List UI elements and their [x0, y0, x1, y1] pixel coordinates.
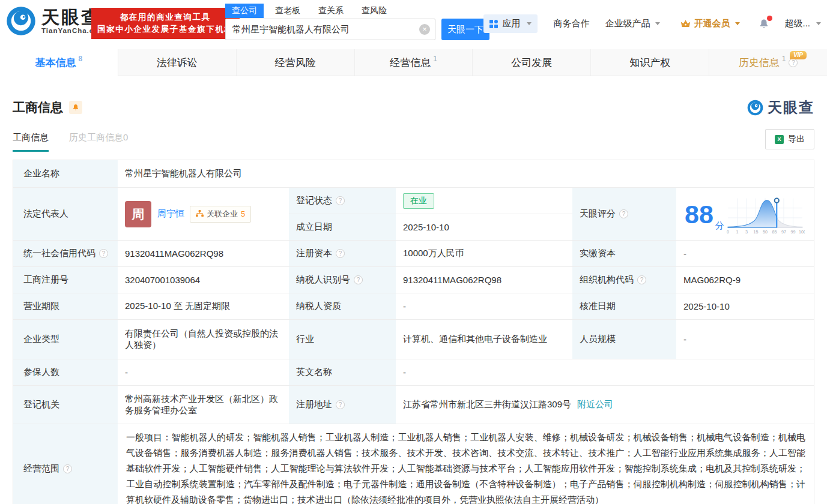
- tianyancha-logo[interactable]: 天眼查 TianYanCha.com: [6, 6, 105, 36]
- nav-user-menu[interactable]: 超级...: [784, 18, 821, 29]
- insured-staff-label: 参保人数: [23, 367, 59, 378]
- help-icon[interactable]: ?: [99, 249, 108, 258]
- table-row: 统一社会信用代码 ? 91320411MAG062RQ98 注册资本 ? 100…: [13, 241, 814, 267]
- search-tab-boss[interactable]: 查老板: [268, 4, 307, 18]
- org-code-label: 组织机构代码: [580, 274, 634, 286]
- chevron-down-icon: [655, 22, 660, 25]
- industry-label: 行业: [296, 334, 314, 345]
- clear-search-icon[interactable]: ×: [419, 24, 430, 35]
- notification-dot: [767, 16, 772, 21]
- excel-icon: X: [775, 135, 784, 144]
- reg-capital-label: 注册资本: [296, 248, 332, 259]
- nav-entp-label: 企业级产品: [605, 18, 650, 29]
- chevron-down-icon: [527, 22, 532, 25]
- slogan-line2: 国家中小企业发展子基金旗下机构: [97, 23, 234, 35]
- help-icon[interactable]: ?: [63, 464, 72, 473]
- help-icon[interactable]: ?: [336, 249, 345, 258]
- help-icon[interactable]: ?: [637, 275, 646, 284]
- crown-icon: [680, 19, 691, 28]
- business-scope-value: 一般项目：智能机器人的研发；智能机器人销售；工业机器人制造；工业机器人销售；工业…: [118, 424, 814, 504]
- taxpayer-id-value: 91320411MAG062RQ98: [396, 267, 572, 293]
- tab-operation-risk[interactable]: 经营风险: [236, 49, 354, 76]
- related-companies-label: 关联企业: [207, 209, 238, 220]
- help-icon[interactable]: ?: [336, 400, 345, 409]
- company-type-value: 有限责任公司（自然人投资或控股的法人独资）: [118, 320, 289, 359]
- search-tabs: 查公司 查老板 查关系 查风险: [225, 4, 489, 18]
- score-unit: 分: [715, 220, 724, 232]
- svg-text:85: 85: [772, 230, 777, 235]
- svg-text:50: 50: [763, 230, 768, 235]
- reg-status-label: 登记状态: [296, 195, 332, 206]
- subtab-business-info[interactable]: 工商信息: [13, 132, 49, 152]
- tab-history-info[interactable]: VIP 历史信息 1 ?: [709, 49, 827, 76]
- tab-intellectual-property[interactable]: 知识产权: [590, 49, 709, 76]
- establish-date-label-cell: 成立日期: [289, 214, 396, 240]
- search-tab-relation[interactable]: 查关系: [312, 4, 350, 18]
- reg-address-cell: 江苏省常州市新北区三井街道汉江路309号 附近公司: [396, 386, 814, 424]
- nav-vip-upgrade[interactable]: 开通会员: [680, 18, 740, 29]
- search-input[interactable]: [225, 19, 435, 40]
- reg-status-label-cell: 登记状态 ?: [289, 188, 396, 214]
- svg-text:99: 99: [790, 230, 795, 235]
- tab-label: 历史信息: [739, 56, 780, 70]
- nav-apps[interactable]: 应用: [483, 14, 538, 33]
- approved-date-value: 2025-10-10: [676, 293, 814, 319]
- industry-value: 计算机、通信和其他电子设备制造业: [396, 320, 572, 359]
- reg-authority-label: 登记机关: [23, 399, 59, 410]
- table-row: 登记机关 常州高新技术产业开发区（新北区）政务服务管理办公室 注册地址 ? 江苏…: [13, 386, 814, 424]
- tab-basic-info[interactable]: 基本信息 8: [0, 49, 118, 76]
- business-info-table: 企业名称 常州星宇智能机器人有限公司 法定代表人 周 周宇恒 关联企业 5: [13, 160, 814, 504]
- search-tab-company[interactable]: 查公司: [225, 4, 264, 18]
- notification-bell[interactable]: [758, 18, 770, 30]
- tab-operation-info[interactable]: 经营信息 1: [354, 49, 473, 76]
- staff-size-label: 人员规模: [580, 334, 616, 345]
- tab-label: 公司发展: [511, 56, 552, 70]
- legal-rep-avatar[interactable]: 周: [125, 201, 151, 227]
- tab-label: 经营风险: [275, 56, 316, 70]
- svg-text:100: 100: [799, 230, 805, 235]
- establish-date-value: 2025-10-10: [396, 214, 456, 240]
- score-label-cell: 天眼评分 ?: [572, 188, 676, 240]
- table-row: 企业类型 有限责任公司（自然人投资或控股的法人独资） 行业 计算机、通信和其他电…: [13, 320, 814, 359]
- nav-business-cooperation[interactable]: 商务合作: [553, 18, 589, 29]
- tab-company-development[interactable]: 公司发展: [472, 49, 590, 76]
- establish-date-label: 成立日期: [296, 221, 332, 233]
- help-icon[interactable]: ?: [336, 196, 345, 205]
- staff-size-value: -: [676, 320, 814, 359]
- export-button[interactable]: X 导出: [765, 129, 814, 149]
- table-row: 经营范围 ? 一般项目：智能机器人的研发；智能机器人销售；工业机器人制造；工业机…: [13, 424, 814, 504]
- tab-label: 基本信息: [35, 56, 76, 70]
- vip-badge: VIP: [790, 51, 807, 59]
- tab-legal-litigation[interactable]: 法律诉讼: [118, 49, 236, 76]
- score-value: 88: [685, 201, 713, 227]
- reg-capital-value: 10000万人民币: [396, 241, 572, 266]
- subtab-history-business-info[interactable]: 历史工商信息0: [69, 132, 128, 152]
- credit-code-value: 91320411MAG062RQ98: [118, 241, 289, 266]
- tianyancha-watermark: 天眼查: [747, 98, 814, 117]
- slogan-line1: 都在用的商业查询工具: [97, 11, 234, 23]
- company-name-value: 常州星宇智能机器人有限公司: [118, 160, 814, 187]
- taxpayer-qualification-label: 纳税人资质: [296, 301, 341, 312]
- paid-capital-value: -: [676, 241, 814, 266]
- table-row: 法定代表人 周 周宇恒 关联企业 5 登记状态 ?: [13, 188, 814, 241]
- help-icon[interactable]: ?: [354, 275, 363, 284]
- table-row: 工商注册号 320407001039064 纳税人识别号 ? 91320411M…: [13, 267, 814, 293]
- help-icon[interactable]: ?: [619, 209, 628, 218]
- section-title: 工商信息: [13, 99, 63, 116]
- nav-enterprise-products[interactable]: 企业级产品: [605, 18, 660, 29]
- nearby-companies-link[interactable]: 附近公司: [577, 399, 613, 410]
- search-tab-risk[interactable]: 查风险: [355, 4, 393, 18]
- org-chart-icon: [196, 210, 204, 218]
- legal-rep-name-link[interactable]: 周宇恒: [157, 208, 184, 220]
- table-row: 参保人数 - 英文名称 -: [13, 359, 814, 386]
- tab-count: 1: [782, 55, 786, 63]
- related-companies-badge[interactable]: 关联企业 5: [190, 206, 251, 223]
- score-label: 天眼评分: [580, 208, 616, 220]
- search-button[interactable]: 天眼一下: [441, 19, 489, 40]
- subscribe-bell-chip[interactable]: [69, 101, 82, 114]
- slogan-banner: 都在用的商业查询工具 国家中小企业发展子基金旗下机构: [91, 8, 240, 39]
- status-badge: 在业: [403, 193, 434, 209]
- search-area: 查公司 查老板 查关系 查风险 × 天眼一下: [225, 4, 489, 40]
- credit-code-label: 统一社会信用代码: [23, 248, 95, 259]
- reg-number-label: 工商注册号: [23, 274, 68, 286]
